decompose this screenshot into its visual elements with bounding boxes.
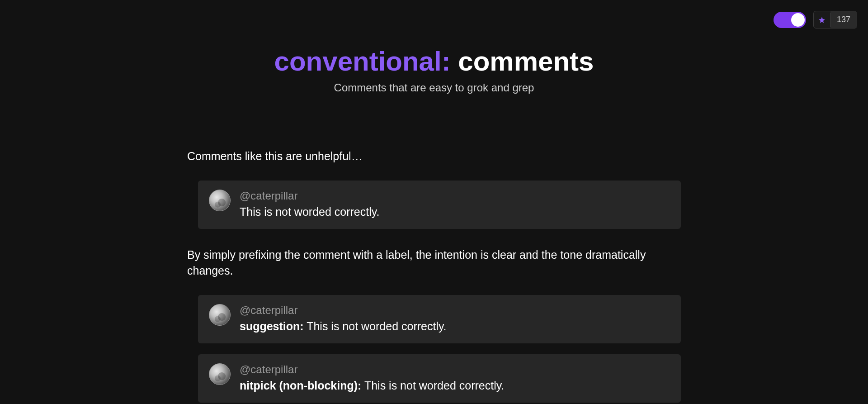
comment-card: @caterpillar nitpick (non-blocking): Thi…	[198, 354, 681, 403]
comment-text: This is not worded correctly.	[240, 204, 670, 220]
comment-body: @caterpillar This is not worded correctl…	[240, 190, 670, 220]
toggle-knob	[791, 13, 805, 27]
title-prefix: conventional:	[274, 46, 451, 76]
intro-text: Comments like this are unhelpful…	[187, 148, 681, 164]
comment-label: suggestion:	[240, 320, 304, 333]
star-badge[interactable]: 137	[813, 11, 857, 29]
comment-author: @caterpillar	[240, 190, 670, 202]
avatar	[209, 304, 231, 326]
comment-author: @caterpillar	[240, 363, 670, 376]
top-controls: 137	[774, 11, 857, 29]
comment-author: @caterpillar	[240, 304, 670, 317]
theme-toggle[interactable]	[774, 12, 806, 28]
title-suffix: comments	[451, 46, 594, 76]
comment-body: @caterpillar nitpick (non-blocking): Thi…	[240, 363, 670, 394]
comment-text-content: This is not worded correctly.	[240, 205, 379, 218]
comment-body: @caterpillar suggestion: This is not wor…	[240, 304, 670, 334]
main-container: conventional: comments Comments that are…	[176, 0, 692, 403]
star-icon	[814, 13, 830, 27]
comment-text: nitpick (non-blocking): This is not word…	[240, 378, 670, 394]
comment-card: @caterpillar This is not worded correctl…	[198, 181, 681, 229]
avatar	[209, 363, 231, 385]
page-header: conventional: comments Comments that are…	[187, 45, 681, 94]
star-count: 137	[830, 11, 857, 28]
comment-text-content: This is not worded correctly.	[304, 320, 447, 333]
between-text: By simply prefixing the comment with a l…	[187, 247, 681, 279]
comment-text-content: This is not worded correctly.	[361, 379, 504, 392]
page-title: conventional: comments	[187, 45, 681, 78]
comment-label: nitpick (non-blocking):	[240, 379, 361, 392]
comment-card: @caterpillar suggestion: This is not wor…	[198, 295, 681, 343]
page-subtitle: Comments that are easy to grok and grep	[187, 81, 681, 94]
comment-text: suggestion: This is not worded correctly…	[240, 318, 670, 334]
avatar	[209, 190, 231, 211]
